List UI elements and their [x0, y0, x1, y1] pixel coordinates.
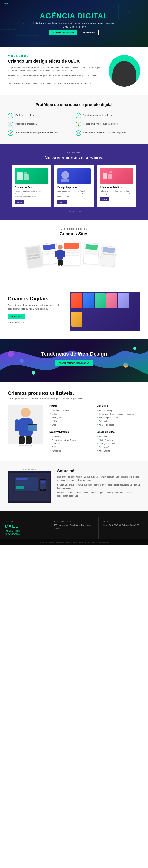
col-projeto-list: Maquete de produto Vídeos Ilustrações UI…: [49, 409, 93, 427]
proto-text-6: Antes de um redesenho completo do produt…: [83, 130, 126, 134]
prototype-section: Protótipo de uma ideia de produto digita…: [0, 95, 148, 144]
resources-title: Nossos recursos e serviços.: [8, 155, 140, 160]
svg-rect-51: [41, 482, 45, 483]
about-us-mockup: Exemplo de fome: [8, 469, 51, 503]
resources-image-label: Imagem de Freepik: [8, 211, 140, 212]
digitais-image-label: Imagem de Freepik: [8, 320, 64, 324]
proto-icon-3: 🔍: [8, 122, 13, 127]
svg-rect-46: [16, 484, 34, 485]
example-label: Exemplo de fome: [8, 469, 51, 470]
resources-tag: RECURSOS: [8, 152, 140, 154]
svg-rect-28: [57, 250, 63, 260]
mais-button-2[interactable]: MAIS: [57, 200, 66, 204]
svg-rect-24: [103, 173, 107, 179]
list-item: Correção de Efeitos: [97, 442, 140, 446]
footer-phone2[interactable]: (312) 555-0100: [5, 533, 45, 535]
svg-rect-43: [16, 478, 28, 479]
list-item: Paleta-chave: [97, 420, 140, 423]
digitais-saber-mais-button[interactable]: SABER MAIS: [8, 314, 26, 319]
person-silhouette: [113, 61, 136, 87]
hero-section: logo ☰ AGÊNCIA DIGITAL Trabalha: [0, 0, 148, 47]
proto-icon-1: ①: [8, 113, 13, 119]
proto-text-3: Pesquisa e preparação: [16, 122, 38, 125]
col-edicao-title: Edição de vídeo: [97, 431, 140, 433]
about-us-content: Sobre nós Nam oratur, coluptur voloribus…: [57, 469, 140, 499]
hero-subtitle: Trabalhamos nas disciplinas de design gr…: [8, 22, 140, 25]
svg-rect-47: [16, 486, 24, 489]
svg-rect-25: [108, 174, 112, 179]
svg-rect-19: [17, 172, 23, 180]
nossos-trabalhos-button[interactable]: NOSSOS TRABALHOS: [49, 30, 77, 35]
products-image-placeholder: [8, 405, 43, 444]
list-item: Marketing de afiliados: [97, 416, 140, 420]
svg-rect-50: [41, 480, 45, 482]
hero-title: AGÊNCIA DIGITAL: [8, 12, 140, 20]
footer-grid: CALL US CALL (239) 555-0108 (312) 555-01…: [0, 517, 148, 539]
list-item: ① Explorar o problema: [8, 113, 72, 119]
products-section: Criamos produtos utilizáveis. Lorem ipsu…: [0, 382, 148, 461]
svg-rect-29: [55, 251, 57, 257]
footer-copyright: Nomes que a que é o mais pode conteito E…: [4, 541, 144, 543]
footer-phone1[interactable]: (239) 555-0108: [5, 530, 45, 532]
proto-text-2: Construa uma estrutura de UX: [83, 113, 113, 117]
sites-title: Criamos Sites: [8, 231, 140, 236]
about-us-para3: Lorem ipsum dolor sit amet, conses aut q…: [57, 491, 140, 498]
mockup-page: [25, 245, 43, 268]
col-marketing-list: SEO Marketing Otimização de mecanismos d…: [97, 409, 140, 427]
svg-rect-45: [16, 482, 32, 483]
products-lists: Projeto Maquete de produto Vídeos Ilustr…: [49, 405, 140, 453]
digi-page-6: [71, 312, 82, 327]
col-desenvolvimento-list: WordPress Desenvolvimento de Temas Front…: [49, 435, 93, 453]
proto-icon-6: 🔄: [76, 130, 81, 136]
resource-card-3: Clientes satisfeitos Nul tem ut vero mul…: [97, 165, 136, 207]
digitais-content: Criamos Digitais Duis aute irure dolor i…: [8, 296, 64, 327]
mockup-page: [100, 245, 116, 267]
saber-mais-button[interactable]: SABER MAIS: [80, 30, 99, 35]
list-item: ✎ Construa uma estrutura de UX: [76, 113, 140, 119]
list-item: 💡 Vender um novo produto ou recurso: [76, 122, 140, 127]
digi-page-1: [71, 293, 82, 308]
list-item: Ilustrações: [49, 416, 93, 420]
proto-icon-5: 🚀: [8, 130, 13, 136]
svg-rect-39: [19, 436, 25, 444]
digitais-text: Duis aute irure dolor in reprehenderit i…: [8, 304, 64, 311]
about-us-title: Sobre nós: [57, 469, 140, 473]
list-item: 🔍 Pesquisa e preparação: [8, 122, 72, 127]
svg-point-27: [58, 245, 63, 250]
svg-rect-35: [15, 420, 19, 431]
digitais-section: Criamos Digitais Duis aute irure dolor i…: [0, 284, 148, 339]
footer-bottom: Nomes que a que é o mais pode conteito E…: [0, 539, 148, 545]
list-item: SEO Marketing: [97, 409, 140, 412]
about-title: Criando um design eficaz de UI/UX: [8, 59, 102, 64]
footer-col2-label: + / SPAN> LOCAL: [54, 521, 94, 523]
svg-point-22: [61, 171, 69, 179]
list-item: 🚀 Arrecadação de fundos para uma nova st…: [8, 130, 72, 136]
svg-point-21: [24, 172, 27, 175]
list-item: 🔄 Antes de um redesenho completo do prod…: [76, 130, 140, 136]
products-col-edicao: Edição de vídeo Animação MotionGraphics …: [97, 431, 140, 453]
resources-cards: Comunicações Platfore featur quam et ita…: [8, 165, 140, 207]
svg-rect-23: [61, 179, 69, 182]
col-marketing-title: Marketing: [97, 405, 140, 407]
svg-rect-52: [41, 483, 44, 484]
footer-hours: Mon - Fri, 8:00-9:00, Sábado, 8:00 - 5:0…: [103, 524, 143, 527]
about-section: FARDA DA AGÊNCIA Criando um design efica…: [0, 47, 148, 95]
prototype-grid: ① Explorar o problema ✎ Construa uma est…: [8, 113, 140, 136]
card-title-3: Clientes satisfeitos: [100, 186, 133, 189]
consultar-button[interactable]: CONSULTEI MAIS INFORMAÇÃO: [55, 360, 93, 366]
list-item: Otimização de mecanismos de pesquisa: [97, 412, 140, 416]
mais-button-3[interactable]: MAIS: [100, 197, 109, 202]
footer-col1-label: CALL US: [5, 521, 45, 523]
proto-text-4: Vender um novo produto ou recurso: [83, 122, 118, 125]
list-item: Front-end: [49, 442, 93, 446]
svg-rect-30: [63, 251, 65, 257]
products-image-label: Imagem de Freepik: [8, 445, 43, 447]
col-desenvolvimento-title: Desenvolvimento: [49, 431, 93, 433]
mais-button-1[interactable]: MAIS: [15, 200, 24, 204]
svg-rect-31: [58, 260, 60, 266]
hero-image-label: IMAGEM DE FREEPIK: [8, 26, 140, 28]
digitais-mockup: [70, 292, 140, 331]
list-item: Vídeos: [49, 412, 93, 416]
svg-rect-20: [24, 174, 29, 180]
digi-page-5: [118, 293, 129, 308]
